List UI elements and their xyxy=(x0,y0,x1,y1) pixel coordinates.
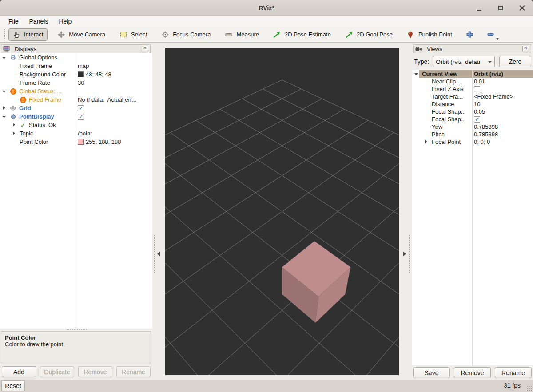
row-focal-shape-size[interactable]: Focal Shap... 0.05 xyxy=(412,108,533,115)
row-value[interactable]: 10 xyxy=(474,101,480,107)
invert-z-checkbox[interactable] xyxy=(474,86,480,92)
tool-move-camera[interactable]: Move Camera xyxy=(53,28,110,41)
row-point-color[interactable]: Point Color 255; 188; 188 xyxy=(0,138,152,146)
row-focal-shape-fixed[interactable]: Focal Shap... xyxy=(412,115,533,123)
render-view-scene[interactable] xyxy=(165,48,399,375)
row-pitch[interactable]: Pitch 0.785398 xyxy=(412,131,533,138)
color-swatch[interactable] xyxy=(78,71,84,77)
focus-camera-icon xyxy=(162,31,168,38)
row-yaw[interactable]: Yaw 0.785398 xyxy=(412,123,533,131)
row-value[interactable]: 0; 0; 0 xyxy=(474,139,490,145)
row-status-fixed-frame[interactable]: Fixed Frame No tf data. Actual err... xyxy=(0,95,152,104)
row-target-frame[interactable]: Target Fra... <Fixed Frame> xyxy=(412,93,533,100)
left-splitter[interactable] xyxy=(152,43,165,380)
remove-view-button[interactable]: Remove xyxy=(454,367,491,378)
duplicate-display-button[interactable]: Duplicate xyxy=(40,366,74,377)
window-title: RViz* xyxy=(0,4,533,12)
row-frame-rate[interactable]: Frame Rate 30 xyxy=(0,79,152,87)
save-view-button[interactable]: Save xyxy=(413,367,450,378)
row-fixed-frame[interactable]: Fixed Frame map xyxy=(0,62,152,70)
row-value[interactable]: 0.05 xyxy=(474,108,485,115)
minimize-button[interactable] xyxy=(473,2,485,14)
expander-icon[interactable] xyxy=(414,71,419,77)
row-value[interactable]: <Fixed Frame> xyxy=(474,93,513,100)
displays-panel-header[interactable]: Displays xyxy=(1,44,151,53)
views-close-button[interactable] xyxy=(522,46,529,52)
expander-icon[interactable] xyxy=(424,139,429,145)
rename-display-button[interactable]: Rename xyxy=(116,366,151,377)
collapse-right-icon[interactable] xyxy=(403,252,406,256)
splitter-handle[interactable] xyxy=(409,234,410,273)
displays-close-button[interactable] xyxy=(142,46,148,52)
remove-display-button[interactable]: Remove xyxy=(78,366,112,377)
menu-help[interactable]: Help xyxy=(55,17,76,26)
row-distance[interactable]: Distance 10 xyxy=(412,100,533,108)
toolbar-drag-handle[interactable] xyxy=(4,29,6,40)
tool-focus-camera[interactable]: Focus Camera xyxy=(157,28,215,41)
row-value[interactable]: /point xyxy=(78,130,92,137)
row-label: Fixed Frame xyxy=(29,96,61,103)
resize-grip[interactable] xyxy=(527,386,532,391)
pointdisplay-enabled-checkbox[interactable] xyxy=(78,114,84,120)
expander-icon[interactable] xyxy=(2,114,7,119)
expander-icon[interactable] xyxy=(12,131,17,136)
add-display-button[interactable]: Add xyxy=(2,366,36,377)
row-grid-display[interactable]: Grid xyxy=(0,104,152,112)
row-topic[interactable]: Topic /point xyxy=(0,129,152,138)
row-value[interactable]: map xyxy=(78,63,89,69)
row-value[interactable]: 0.785398 xyxy=(474,131,498,138)
row-near-clip[interactable]: Near Clip ... 0.01 xyxy=(412,78,533,85)
row-global-options[interactable]: Global Options xyxy=(0,53,152,62)
row-value[interactable]: 48; 48; 48 xyxy=(78,71,111,78)
tool-2d-pose-estimate[interactable]: 2D Pose Estimate xyxy=(269,28,335,41)
row-invert-z-axis[interactable]: Invert Z Axis xyxy=(412,85,533,93)
select-region-icon xyxy=(120,31,127,38)
menu-panels[interactable]: Panels xyxy=(25,17,52,26)
tool-publish-point[interactable]: Publish Point xyxy=(403,28,457,41)
expander-icon[interactable] xyxy=(2,55,7,60)
titlebar[interactable]: RViz* xyxy=(0,0,533,16)
row-global-status[interactable]: Global Status: ... xyxy=(0,87,152,95)
tool-label: Measure xyxy=(236,31,259,38)
row-value[interactable]: 0.785398 xyxy=(474,123,498,130)
expander-icon[interactable] xyxy=(2,106,7,111)
rviz-window: RViz* File Panels Help Interact Move Cam… xyxy=(0,0,533,392)
right-splitter[interactable] xyxy=(399,43,412,380)
render-viewport[interactable] xyxy=(165,43,399,380)
row-label: Grid xyxy=(19,105,31,111)
remove-tool-button[interactable] xyxy=(483,28,498,41)
row-value[interactable]: 255; 188; 188 xyxy=(78,139,121,145)
color-swatch[interactable] xyxy=(78,139,84,145)
row-background-color[interactable]: Background Color 48; 48; 48 xyxy=(0,70,152,79)
rename-view-button[interactable]: Rename xyxy=(495,367,532,378)
view-type-combobox[interactable]: Orbit (rviz_defau xyxy=(433,56,495,67)
views-tree: Current View Orbit (rviz) Near Clip ... … xyxy=(412,70,533,365)
maximize-button[interactable] xyxy=(495,2,506,14)
collapse-left-icon[interactable] xyxy=(157,252,160,256)
row-current-view[interactable]: Current View Orbit (rviz) xyxy=(412,70,533,78)
row-status-ok[interactable]: Status: Ok xyxy=(0,121,152,129)
close-button[interactable] xyxy=(516,2,528,14)
tool-select[interactable]: Select xyxy=(115,28,151,41)
row-value xyxy=(78,105,84,111)
focal-shape-checkbox[interactable] xyxy=(474,116,480,123)
reset-button[interactable]: Reset xyxy=(1,380,25,391)
zero-button[interactable]: Zero xyxy=(499,56,531,67)
row-value[interactable]: 0.01 xyxy=(474,78,485,85)
expander-icon[interactable] xyxy=(12,123,17,128)
grid-enabled-checkbox[interactable] xyxy=(78,105,84,111)
add-tool-button[interactable] xyxy=(462,28,477,41)
pose-estimate-arrow-icon xyxy=(274,31,280,38)
menubar: File Panels Help xyxy=(0,16,533,27)
tool-measure[interactable]: Measure xyxy=(221,28,263,41)
views-panel-header[interactable]: Views xyxy=(413,44,531,53)
row-focal-point[interactable]: Focal Point 0; 0; 0 xyxy=(412,138,533,146)
row-point-display[interactable]: PointDisplay xyxy=(0,112,152,121)
expander-icon[interactable] xyxy=(2,89,7,94)
splitter-handle[interactable] xyxy=(154,234,155,273)
menu-file[interactable]: File xyxy=(4,17,23,26)
tool-2d-goal-pose[interactable]: 2D Goal Pose xyxy=(341,28,397,41)
row-value[interactable]: 30 xyxy=(78,79,84,86)
tool-interact[interactable]: Interact xyxy=(8,28,48,41)
row-label: Frame Rate xyxy=(20,79,50,86)
